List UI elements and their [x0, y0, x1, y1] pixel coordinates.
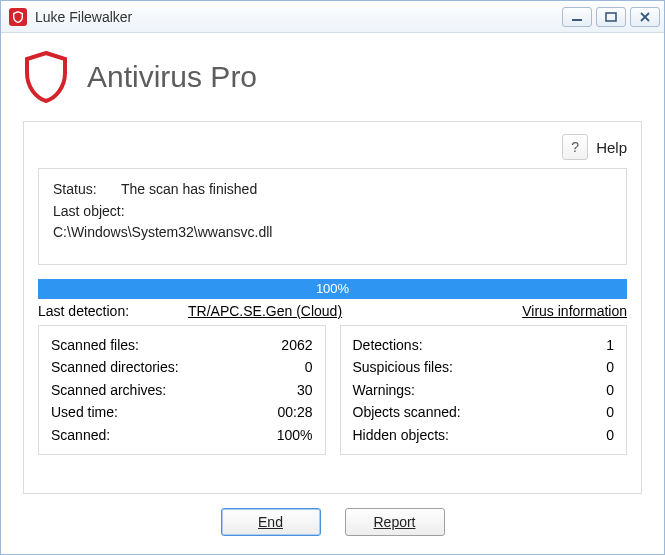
stat-row: Scanned directories:0 [51, 356, 313, 378]
close-button[interactable] [630, 7, 660, 27]
stat-row: Detections:1 [353, 334, 615, 356]
detection-row: Last detection: TR/APC.SE.Gen (Cloud) Vi… [38, 303, 627, 319]
shield-icon [23, 51, 69, 103]
stat-value: 0 [305, 356, 313, 378]
stat-value: 2062 [281, 334, 312, 356]
progress-bar: 100% [38, 279, 627, 299]
stat-row: Warnings:0 [353, 379, 615, 401]
stat-value: 0 [606, 356, 614, 378]
stat-label: Scanned directories: [51, 356, 179, 378]
stat-row: Suspicious files:0 [353, 356, 615, 378]
stat-label: Hidden objects: [353, 424, 450, 446]
stat-label: Objects scanned: [353, 401, 461, 423]
last-object-label: Last object: [53, 201, 125, 223]
progress-text: 100% [316, 281, 349, 296]
product-name: Antivirus Pro [87, 60, 257, 94]
window-title: Luke Filewalker [35, 9, 562, 25]
stats-panel: Scanned files:2062 Scanned directories:0… [38, 325, 627, 455]
stats-right: Detections:1 Suspicious files:0 Warnings… [340, 325, 628, 455]
window: Luke Filewalker Antivirus Pro ? Help [0, 0, 665, 555]
detection-name-link[interactable]: TR/APC.SE.Gen (Cloud) [188, 303, 342, 319]
stat-label: Warnings: [353, 379, 416, 401]
stat-row: Scanned:100% [51, 424, 313, 446]
avira-logo-icon [9, 8, 27, 26]
footer: End Report [1, 494, 664, 554]
stat-row: Hidden objects:0 [353, 424, 615, 446]
stat-label: Scanned files: [51, 334, 139, 356]
stat-value: 00:28 [277, 401, 312, 423]
status-box: Status: The scan has finished Last objec… [38, 168, 627, 265]
report-button[interactable]: Report [345, 508, 445, 536]
last-object-value: C:\Windows\System32\wwansvc.dll [53, 222, 272, 244]
help-label[interactable]: Help [596, 139, 627, 156]
stat-value: 1 [606, 334, 614, 356]
svg-rect-2 [606, 13, 616, 21]
stat-value: 0 [606, 424, 614, 446]
stat-label: Scanned archives: [51, 379, 166, 401]
maximize-button[interactable] [596, 7, 626, 27]
stat-value: 0 [606, 401, 614, 423]
stat-label: Used time: [51, 401, 118, 423]
stat-row: Objects scanned:0 [353, 401, 615, 423]
stat-label: Suspicious files: [353, 356, 453, 378]
titlebar: Luke Filewalker [1, 1, 664, 33]
stat-value: 30 [297, 379, 313, 401]
window-controls [562, 7, 660, 27]
stat-row: Scanned archives:30 [51, 379, 313, 401]
virus-information-link[interactable]: Virus information [522, 303, 627, 319]
stat-row: Used time:00:28 [51, 401, 313, 423]
brand-header: Antivirus Pro [1, 33, 664, 121]
stat-row: Scanned files:2062 [51, 334, 313, 356]
last-detection-label: Last detection: [38, 303, 188, 319]
help-row: ? Help [38, 134, 627, 160]
status-label: Status: [53, 179, 121, 201]
stats-left: Scanned files:2062 Scanned directories:0… [38, 325, 326, 455]
stat-label: Detections: [353, 334, 423, 356]
content-panel: ? Help Status: The scan has finished Las… [23, 121, 642, 494]
status-value: The scan has finished [121, 179, 257, 201]
stat-value: 0 [606, 379, 614, 401]
stat-value: 100% [277, 424, 313, 446]
svg-rect-1 [572, 19, 582, 21]
minimize-button[interactable] [562, 7, 592, 27]
help-icon[interactable]: ? [562, 134, 588, 160]
end-button[interactable]: End [221, 508, 321, 536]
stat-label: Scanned: [51, 424, 110, 446]
